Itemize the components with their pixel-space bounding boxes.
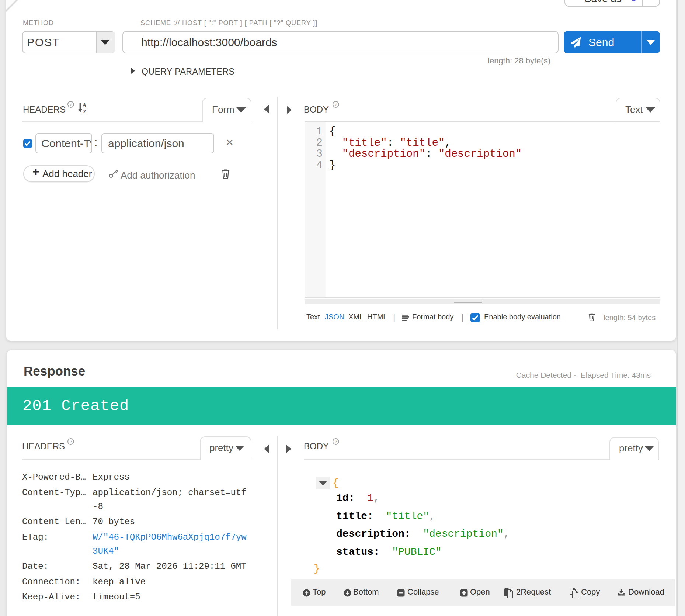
svg-text:Z: Z xyxy=(83,109,86,114)
svg-text:A: A xyxy=(83,103,87,108)
